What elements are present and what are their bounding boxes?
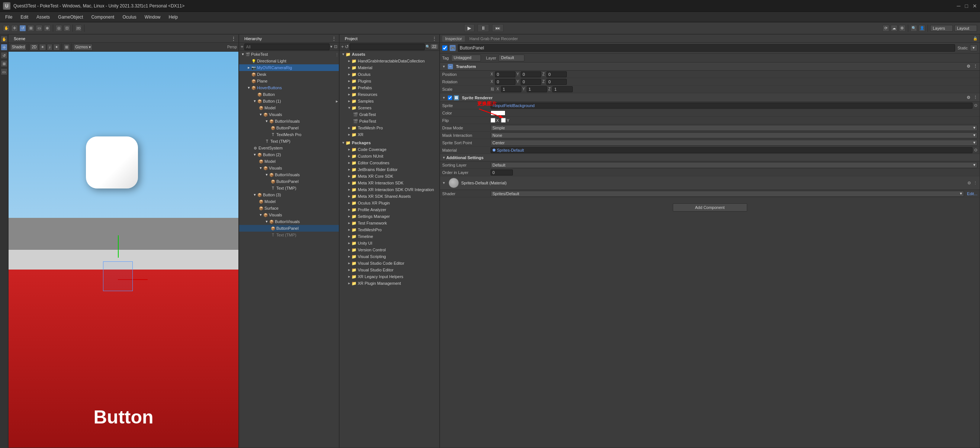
tab-inspector[interactable]: Inspector (442, 36, 465, 41)
transform-settings-icon[interactable]: ⚙ (967, 64, 970, 69)
sorting-layer-dropdown[interactable]: Default ▾ (490, 162, 977, 168)
collab-btn[interactable]: ⟳ (883, 25, 889, 32)
folder-meta-xr-ovr[interactable]: ► 📁 Meta XR Interaction SDK OVR Integrat… (340, 186, 439, 193)
menu-gameobject[interactable]: GameObject (54, 14, 87, 21)
folder-custom-nunit[interactable]: ► 📁 Custom NUnit (340, 153, 439, 159)
flip-x-checkbox[interactable] (490, 118, 495, 123)
rot-z-input[interactable] (546, 79, 567, 85)
folder-version-control[interactable]: ► 📁 Version Control (340, 246, 439, 253)
tool-rect[interactable]: ▭ (36, 25, 42, 32)
folder-resources[interactable]: ► 📁 Resources (340, 91, 439, 98)
folder-samples[interactable]: ► 📁 Samples (340, 98, 439, 105)
tab-scene[interactable]: Scene (11, 36, 28, 41)
folder-vs-editor[interactable]: ► 📁 Visual Studio Editor (340, 267, 439, 273)
folder-oculus-xr[interactable]: ► 📁 Oculus XR Plugin (340, 200, 439, 207)
order-in-layer-input[interactable] (490, 170, 513, 175)
tree-item-button1[interactable]: ▼ 📦 Button (1) ► (239, 98, 339, 105)
tree-item-button2[interactable]: ▼ 📦 Button (2) (239, 151, 339, 158)
folder-meta-shared[interactable]: ► 📁 Meta XR SDK Shared Assets (340, 193, 439, 200)
tool-scale[interactable]: ⊞ (27, 25, 34, 32)
folder-scenes[interactable]: ▼ 📁 Scenes (340, 105, 439, 111)
tree-item-model2[interactable]: 📦 Model (239, 158, 339, 165)
tree-item-btnpanel1[interactable]: 📦 ButtonPanel (239, 124, 339, 131)
hierarchy-add-btn[interactable]: + (241, 44, 243, 49)
layout-dropdown[interactable]: Layout (955, 25, 977, 32)
step-button[interactable]: ⏭ (492, 24, 504, 32)
menu-window[interactable]: Window (141, 14, 164, 21)
flip-y-checkbox[interactable] (501, 118, 506, 123)
material-section-more[interactable]: ⋮ (973, 181, 977, 186)
tree-item-model1[interactable]: 📦 Model (239, 105, 339, 111)
tool-btn-2[interactable]: ✛ (1, 44, 8, 51)
folder-editor-coroutines[interactable]: ► 📁 Editor Coroutines (340, 159, 439, 166)
scene-shading-btn[interactable]: Shaded (10, 44, 26, 51)
tree-item-desk[interactable]: 📦 Desk (239, 71, 339, 78)
rot-x-input[interactable] (495, 79, 515, 85)
tree-item-text-tmp3[interactable]: T Text (TMP) (239, 232, 339, 238)
tree-item-visuals1[interactable]: ▼ 📦 Visuals (239, 111, 339, 118)
sprite-renderer-checkbox[interactable] (448, 95, 452, 100)
folder-textmeshpro[interactable]: ► 📁 TextMesh Pro (340, 124, 439, 131)
shader-edit-btn[interactable]: Edit... (967, 191, 977, 196)
tree-item-button[interactable]: 📦 Button (239, 91, 339, 98)
menu-file[interactable]: File (2, 14, 16, 21)
folder-vscode-editor[interactable]: ► 📁 Visual Studio Code Editor (340, 260, 439, 267)
tree-item-textmeshpro[interactable]: T TextMesh Pro (239, 131, 339, 138)
scale-y-input[interactable] (527, 86, 547, 92)
tree-item-visuals3[interactable]: ▼ 📦 Visuals (239, 211, 339, 218)
tool-local[interactable]: ⊡ (64, 25, 70, 32)
tool-rotate[interactable]: ↺ (19, 25, 26, 32)
folder-oculus[interactable]: ► 📁 Oculus (340, 71, 439, 78)
hierarchy-scene-icon[interactable]: ⊡ (334, 44, 337, 49)
scale-z-input[interactable] (552, 86, 573, 92)
static-dropdown[interactable]: ▾ (970, 44, 977, 51)
folder-test-framework[interactable]: ► 📁 Test Framework (340, 220, 439, 226)
folder-assets-root[interactable]: ▼ 📁 Assets (340, 51, 439, 58)
tree-item-button3[interactable]: ▼ 📦 Button (3) (239, 191, 339, 198)
folder-prefabs[interactable]: ► 📁 Prefabs (340, 84, 439, 91)
poketest-menu[interactable]: ⋮ (335, 52, 339, 57)
pos-x-input[interactable] (495, 71, 515, 77)
cloud-btn[interactable]: ☁ (891, 25, 897, 32)
tree-item-btnvisuals1[interactable]: ▼ 📦 ButtonVisuals (239, 118, 339, 124)
draw-mode-dropdown[interactable]: Simple ▾ (490, 125, 977, 131)
tool-btn-4[interactable]: ⊞ (1, 60, 8, 67)
folder-unity-ui[interactable]: ► 📁 Unity UI (340, 240, 439, 246)
pos-y-input[interactable] (521, 71, 541, 77)
scene-gizmos-btn[interactable]: Gizmos ▾ (73, 44, 92, 51)
material-section-settings[interactable]: ⚙ (967, 181, 971, 186)
folder-material[interactable]: ► 📁 Material (340, 64, 439, 71)
tool-btn-3[interactable]: ↺ (1, 52, 8, 59)
scene-light-btn[interactable]: ☀ (39, 44, 46, 51)
close-btn[interactable]: ✕ (972, 3, 977, 9)
menu-help[interactable]: Help (165, 14, 182, 21)
tree-item-eventsystem[interactable]: ⚙ EventSystem (239, 145, 339, 151)
scene-menu-btn[interactable]: ⋮ (231, 36, 236, 41)
folder-profile[interactable]: ► 📁 Profile Analyzer (340, 207, 439, 213)
project-save-btn[interactable]: ↺ (345, 44, 349, 49)
additional-settings-header[interactable]: ▼ Additional Settings (440, 154, 980, 161)
tree-item-surface[interactable]: 📦 Surface (239, 205, 339, 211)
tree-item-btnvisuals2[interactable]: ▼ 📦 ButtonVisuals (239, 172, 339, 178)
rot-y-input[interactable] (521, 79, 541, 85)
titlebar-right[interactable]: ─ □ ✕ (957, 3, 977, 9)
mask-interaction-dropdown[interactable]: None ▾ (490, 132, 977, 138)
folder-grabtest[interactable]: 🎬 GrabTest (340, 111, 439, 118)
tree-item-text-tmp2[interactable]: T Text (TMP) (239, 185, 339, 191)
material-pick-btn[interactable]: ⊙ (974, 148, 977, 153)
layer-dropdown[interactable]: Default (498, 55, 524, 61)
project-menu-btn[interactable]: ⋮ (432, 36, 437, 41)
tree-item-btnvisuals3[interactable]: ▼ 📦 ButtonVisuals (239, 218, 339, 225)
layers-dropdown[interactable]: Layers (930, 25, 953, 32)
folder-poketest[interactable]: 🎬 PokeTest (340, 118, 439, 124)
hierarchy-filter-btn[interactable]: ▾ (330, 44, 332, 49)
material-object-field[interactable]: ⬟ Sprites-Default (490, 147, 972, 153)
scene-2d-btn[interactable]: 2D (30, 44, 38, 51)
account-btn[interactable]: 👤 (919, 25, 925, 32)
tab-hierarchy[interactable]: Hierarchy (241, 36, 265, 41)
tree-item-dirlight[interactable]: 💡 Directional Light (239, 58, 339, 64)
object-active-checkbox[interactable] (442, 45, 447, 51)
folder-xr-legacy[interactable]: ► 📁 XR Legacy Input Helpers (340, 273, 439, 280)
shader-dropdown[interactable]: Sprites/Default ▾ (490, 191, 964, 197)
tool-combined[interactable]: ⊕ (44, 25, 51, 32)
